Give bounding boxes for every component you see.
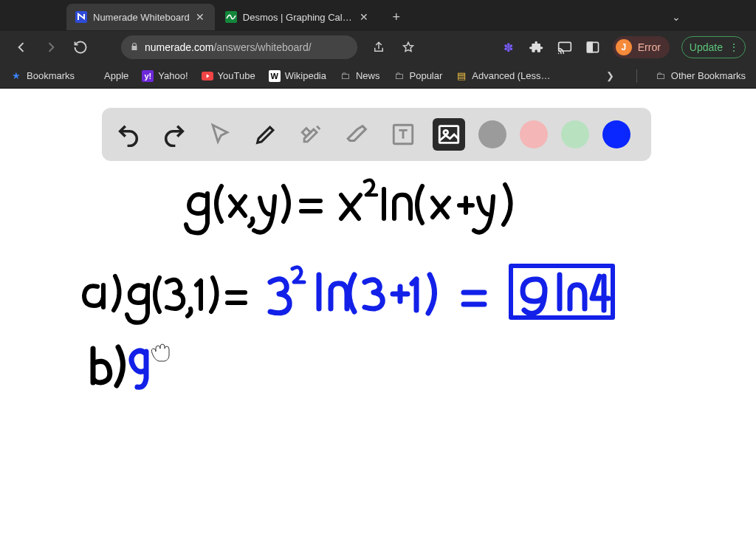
bookmark-youtube[interactable]: YouTube	[202, 70, 255, 82]
forward-button[interactable]	[40, 36, 62, 58]
stroke-part-a-answer	[511, 266, 613, 318]
star-icon[interactable]	[397, 36, 419, 58]
nav-right: ✽ J Error Update ⋮	[501, 36, 746, 58]
sidepanel-icon[interactable]	[585, 39, 601, 55]
folder-icon: 🗀	[655, 70, 667, 82]
url-text: numerade.com/answers/whiteboard/	[145, 41, 312, 53]
back-button[interactable]	[10, 36, 32, 58]
star-icon: ★	[10, 70, 22, 82]
update-label: Update	[690, 41, 723, 53]
nav-row: numerade.com/answers/whiteboard/ ✽ J Err…	[0, 31, 756, 64]
tab-strip: Numerade Whiteboard ✕ Desmos | Graphing …	[0, 0, 756, 31]
menu-dots-icon: ⋮	[729, 41, 738, 53]
bookmark-news[interactable]: 🗀News	[340, 70, 380, 82]
stroke-part-b-label	[93, 347, 123, 386]
bookmark-bookmarks[interactable]: ★Bookmarks	[10, 70, 75, 82]
svg-rect-4	[587, 42, 592, 52]
lock-icon	[130, 42, 139, 53]
yahoo-icon: y!	[142, 70, 154, 82]
close-icon[interactable]: ✕	[360, 12, 370, 22]
share-icon[interactable]	[368, 36, 390, 58]
profile-error-pill[interactable]: J Error	[613, 36, 670, 58]
update-button[interactable]: Update ⋮	[681, 36, 746, 58]
bookmark-other[interactable]: 🗀Other Bookmarks	[655, 70, 746, 82]
folder-icon: 🗀	[394, 70, 405, 82]
close-icon[interactable]: ✕	[196, 12, 206, 22]
reload-button[interactable]	[69, 36, 92, 58]
bookmark-wikipedia[interactable]: WWikipedia	[269, 70, 326, 82]
favicon-desmos	[225, 11, 237, 23]
bookmarks-bar: ★Bookmarks Apple y!Yahoo! YouTube WWikip…	[0, 64, 756, 89]
stroke-part-a-work	[270, 267, 484, 313]
avatar: J	[616, 39, 632, 55]
folder-icon: 🗀	[340, 70, 351, 82]
extensions-icon[interactable]	[529, 39, 545, 55]
tab-list-chevron-icon[interactable]: ⌄	[663, 11, 690, 23]
bookmark-advanced[interactable]: ▤Advanced (Less…	[456, 70, 550, 82]
tab-title: Desmos | Graphing Calculato	[243, 12, 354, 23]
favicon-numerade	[75, 11, 87, 23]
cursor-grab-icon	[151, 344, 169, 361]
profile-label: Error	[638, 41, 661, 53]
tab-numerade[interactable]: Numerade Whiteboard ✕	[66, 4, 215, 30]
svg-rect-2	[558, 42, 571, 51]
bookmark-yahoo[interactable]: y!Yahoo!	[142, 70, 188, 82]
stroke-definition	[186, 180, 511, 233]
apple-icon	[88, 70, 100, 82]
youtube-icon	[202, 70, 213, 82]
page-content	[0, 89, 756, 548]
bookmark-popular[interactable]: 🗀Popular	[394, 70, 443, 82]
bookmark-apple[interactable]: Apple	[88, 70, 128, 82]
extension-flower-icon[interactable]: ✽	[501, 39, 517, 55]
new-tab-button[interactable]: +	[386, 7, 407, 27]
divider	[636, 69, 637, 83]
sheets-icon: ▤	[456, 70, 467, 82]
bookmarks-overflow-icon[interactable]: ❯	[602, 70, 619, 81]
tab-title: Numerade Whiteboard	[93, 12, 190, 23]
stroke-part-b-start	[131, 351, 146, 387]
stroke-part-a-label	[84, 276, 245, 323]
wikipedia-icon: W	[269, 70, 281, 82]
whiteboard-canvas[interactable]	[0, 89, 756, 548]
tab-desmos[interactable]: Desmos | Graphing Calculato ✕	[216, 4, 379, 30]
browser-chrome: Numerade Whiteboard ✕ Desmos | Graphing …	[0, 0, 756, 89]
url-bar[interactable]: numerade.com/answers/whiteboard/	[121, 35, 357, 59]
cast-icon[interactable]	[557, 39, 573, 55]
